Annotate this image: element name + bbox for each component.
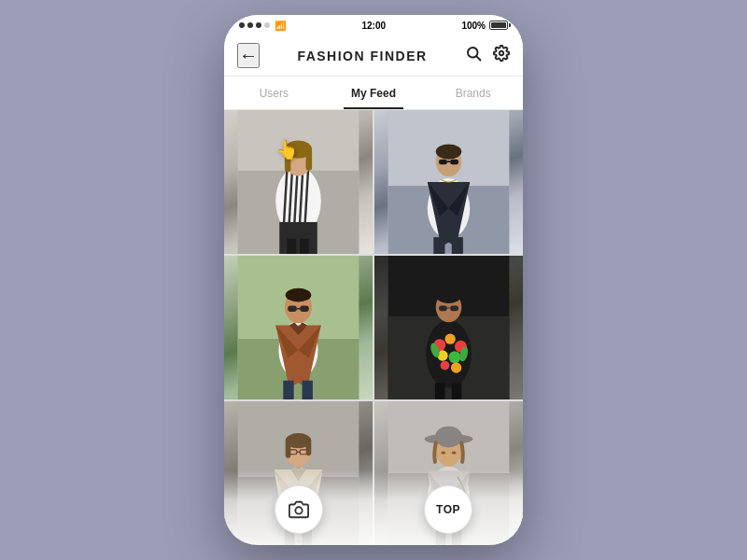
svg-rect-17 (300, 239, 309, 254)
svg-point-79 (295, 507, 302, 513)
battery-area: 100% (461, 21, 508, 31)
top-button[interactable]: TOP (424, 485, 472, 534)
svg-point-74 (435, 427, 462, 448)
signal-dots: 📶 (239, 21, 286, 31)
grid-image-2[interactable] (374, 110, 523, 254)
svg-rect-66 (306, 440, 312, 456)
svg-rect-34 (300, 305, 309, 311)
svg-point-76 (452, 451, 457, 454)
phone-frame: 📶 12:00 100% ← FASHION FINDER (224, 15, 523, 545)
svg-point-42 (444, 333, 455, 343)
svg-rect-54 (450, 305, 458, 311)
grid-image-3[interactable] (224, 256, 373, 399)
svg-point-47 (451, 362, 461, 372)
svg-rect-37 (303, 381, 313, 399)
svg-rect-15 (279, 222, 317, 254)
svg-rect-16 (287, 239, 296, 254)
grid-image-1[interactable]: 👆 (224, 110, 373, 254)
svg-rect-36 (283, 381, 293, 399)
tab-bar: Users My Feed Brands (224, 77, 523, 110)
tab-brands[interactable]: Brands (423, 77, 523, 109)
svg-point-22 (436, 144, 462, 159)
wifi-icon: 📶 (275, 21, 286, 31)
header-actions (465, 45, 510, 66)
app-header: ← FASHION FINDER (224, 35, 523, 77)
camera-icon (289, 499, 309, 520)
svg-point-75 (441, 451, 445, 454)
svg-rect-27 (452, 237, 463, 254)
search-icon[interactable] (465, 45, 482, 66)
svg-point-45 (449, 351, 461, 363)
svg-point-52 (433, 279, 463, 303)
svg-rect-23 (439, 160, 447, 165)
svg-rect-57 (452, 383, 462, 399)
svg-point-2 (500, 51, 504, 56)
svg-rect-53 (439, 305, 447, 311)
grid-image-4[interactable] (374, 256, 523, 399)
svg-point-46 (441, 361, 450, 371)
svg-rect-26 (433, 237, 444, 254)
svg-line-1 (476, 56, 480, 60)
dot-3 (256, 22, 261, 28)
svg-rect-65 (286, 440, 291, 458)
dot-2 (247, 22, 253, 28)
svg-rect-13 (285, 149, 290, 172)
svg-rect-56 (435, 383, 445, 399)
dot-4 (264, 22, 270, 28)
tab-myfeed[interactable]: My Feed (324, 77, 424, 109)
svg-point-32 (286, 288, 312, 302)
image-grid: 👆 (224, 110, 523, 545)
tab-users[interactable]: Users (224, 77, 324, 109)
settings-icon[interactable] (493, 45, 510, 66)
svg-rect-24 (450, 160, 458, 165)
status-bar: 📶 12:00 100% (224, 15, 523, 35)
camera-button[interactable] (275, 485, 323, 534)
dot-1 (239, 22, 245, 28)
app-title: FASHION FINDER (297, 49, 427, 63)
svg-rect-14 (306, 149, 312, 171)
battery-percent: 100% (461, 21, 486, 31)
battery-fill (491, 22, 506, 28)
back-button[interactable]: ← (237, 43, 260, 68)
battery-icon (489, 21, 508, 30)
time-display: 12:00 (361, 21, 386, 31)
svg-rect-33 (288, 305, 297, 311)
